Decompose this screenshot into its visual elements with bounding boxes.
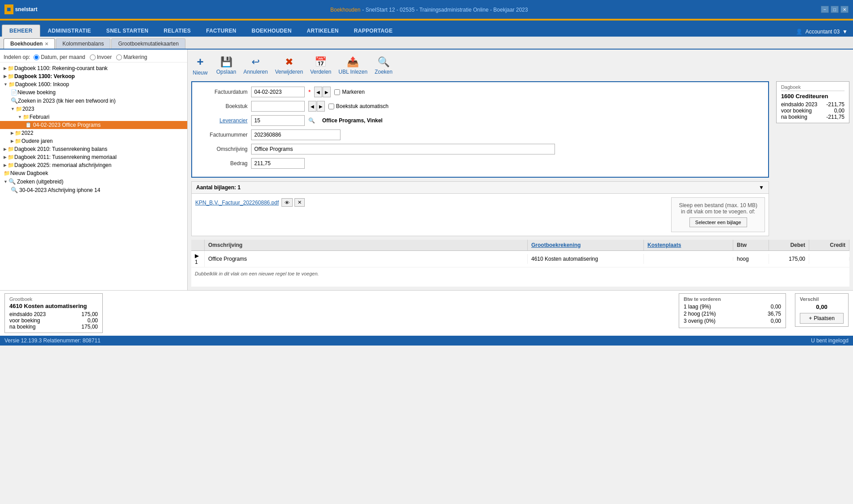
- boekstuk-input[interactable]: [251, 101, 305, 112]
- nav-tab-relaties[interactable]: RELATIES: [156, 25, 198, 37]
- nav-tab-boekhouden[interactable]: BOEKHOUDEN: [244, 25, 299, 37]
- tree-item-nieuwdb[interactable]: 📁 Nieuw Dagboek: [0, 169, 187, 177]
- tree-item-2023[interactable]: ▼ 📁 2023: [0, 105, 187, 113]
- attachment-item: KPN_B.V._Factuur_202260886.pdf 👁 ✕: [195, 197, 664, 208]
- attachment-file-link[interactable]: KPN_B.V._Factuur_202260886.pdf: [195, 200, 279, 206]
- radio-datum[interactable]: Datum, per maand: [34, 54, 85, 60]
- btw-value-3: 0,00: [771, 318, 781, 324]
- nav-tab-beheer[interactable]: BEHEER: [2, 25, 40, 37]
- close-button[interactable]: ✕: [840, 6, 849, 13]
- tree-item-nieuwe[interactable]: 📄 Nieuwe boeking: [0, 88, 187, 96]
- subtab-grootboek[interactable]: Grootboekmutatiekaarten: [111, 38, 185, 49]
- gb-na-label: na boeking: [9, 324, 36, 330]
- logo-text: snelstart: [15, 6, 38, 12]
- markeren-checkbox-label[interactable]: Markeren: [334, 89, 365, 95]
- boekstuk-next-button[interactable]: ▶: [317, 101, 325, 112]
- gb-voor-row: voor boeking 0,00: [9, 317, 98, 324]
- subtab-kolommenbalans[interactable]: Kolommenbalans: [56, 38, 111, 49]
- th-kostenplaats[interactable]: Kostenplaats: [644, 240, 733, 250]
- th-debet: Debet: [769, 240, 809, 250]
- minimize-button[interactable]: −: [821, 6, 829, 13]
- boekstuk-prev-button[interactable]: ◀: [308, 101, 316, 112]
- form-area: Factuurdatum * ◀ ▶ Markeren: [191, 81, 769, 178]
- attachment-header[interactable]: Aantal bijlagen: 1 ▼: [192, 182, 769, 194]
- attachment-view-button[interactable]: 👁: [282, 198, 293, 207]
- tree-item-zoekresult[interactable]: 🔍 30-04-2023 Afschrijving iphone 14: [0, 186, 187, 194]
- tree-item-db2025[interactable]: ▶ 📁 Dagboek 2025: memoriaal afschrijving…: [0, 161, 187, 169]
- right-panel: + Nieuw 💾 Opslaan ↩ Annuleren ✖ Verwijde…: [188, 50, 853, 290]
- opslaan-button[interactable]: 💾 Opslaan: [216, 56, 236, 75]
- indelen-row: Indelen op: Datum, per maand Invoer Mark…: [0, 52, 187, 62]
- user-menu[interactable]: 👤 Accountant 03 ▼: [790, 27, 853, 37]
- factuurnummer-row: Factuurnummer: [198, 129, 762, 140]
- subtab-boekhouden[interactable]: Boekhouden ✕: [4, 38, 55, 49]
- required-star: *: [308, 88, 311, 96]
- nav-tab-rapportage[interactable]: RAPPORTAGE: [346, 25, 400, 37]
- row-expand-icon: ▶: [195, 253, 199, 259]
- markeren-checkbox[interactable]: [334, 89, 340, 95]
- table-row[interactable]: ▶ 1 Office Programs 4610 Kosten automati…: [191, 251, 849, 267]
- expand-oudere: ▶: [11, 139, 14, 143]
- annuleren-button[interactable]: ↩ Annuleren: [244, 56, 268, 75]
- expand-zoekuit: ▼: [4, 179, 8, 184]
- expand-db1300: ▶: [4, 74, 7, 79]
- attachment-area: Aantal bijlagen: 1 ▼ KPN_B.V._Factuur_20…: [191, 181, 769, 236]
- plaatsen-button[interactable]: + Plaatsen: [800, 313, 844, 324]
- verwijderen-button[interactable]: ✖ Verwijderen: [275, 56, 303, 75]
- drop-zone[interactable]: Sleep een bestand (max. 10 MB) in dit vl…: [671, 197, 765, 232]
- nieuw-button[interactable]: + Nieuw: [191, 55, 209, 76]
- verdelen-icon: 📅: [315, 56, 327, 68]
- tree-item-db1300[interactable]: ▶ 📁 Dagboek 1300: Verkoop: [0, 72, 187, 80]
- leverancier-input[interactable]: [251, 115, 305, 126]
- tree-item-entry[interactable]: 📋 04-02-2023 Office Programs: [0, 121, 187, 129]
- ubl-button[interactable]: 📤 UBL Inlezen: [339, 56, 368, 75]
- nav-tab-snel-starten[interactable]: SNEL STARTEN: [99, 25, 156, 37]
- nav-tab-facturen[interactable]: FACTUREN: [198, 25, 244, 37]
- status-bar: Versie 12.139.3 Relatienummer: 808711 U …: [0, 336, 853, 346]
- table-header: Omschrijving Grootboekrekening Kostenpla…: [191, 240, 849, 251]
- year-2022-label: 2022: [21, 130, 34, 136]
- tree-item-zoeken2023[interactable]: 🔍 Zoeken in 2023 (tik hier een trefwoord…: [0, 96, 187, 105]
- tree-item-oudere[interactable]: ▶ 📁 Oudere jaren: [0, 137, 187, 145]
- leverancier-link[interactable]: Leverancier: [198, 117, 248, 124]
- nav-tab-artikelen[interactable]: ARTIKELEN: [299, 25, 346, 37]
- th-omschrijving: Omschrijving: [205, 240, 528, 250]
- tree: ▶ 📁 Dagboek 1100: Rekening-courant bank …: [0, 64, 187, 194]
- radio-invoer[interactable]: Invoer: [90, 54, 112, 60]
- verdelen-button[interactable]: 📅 Verdelen: [310, 56, 331, 75]
- expand-db1100: ▶: [4, 66, 7, 71]
- tree-item-2022[interactable]: ▶ 📁 2022: [0, 129, 187, 137]
- factuurnummer-input[interactable]: [251, 129, 340, 140]
- tree-item-db1600[interactable]: ▼ 📁 Dagboek 1600: Inkoop: [0, 80, 187, 88]
- tree-item-db1100[interactable]: ▶ 📁 Dagboek 1100: Rekening-courant bank: [0, 64, 187, 72]
- subtab-boekhouden-close[interactable]: ✕: [45, 42, 48, 46]
- leverancier-search-icon[interactable]: 🔍: [308, 117, 315, 124]
- februari-label: Februari: [29, 114, 50, 120]
- expand-db2025: ▶: [4, 163, 7, 167]
- boekstuk-auto-checkbox[interactable]: [328, 104, 334, 109]
- td-omsch: Office Programs: [205, 254, 528, 264]
- zoeken-button[interactable]: 🔍 Zoeken: [374, 56, 392, 75]
- restore-button[interactable]: □: [831, 6, 839, 13]
- omschrijving-input[interactable]: [251, 144, 555, 154]
- factuurdatum-input[interactable]: [251, 87, 305, 97]
- date-next-button[interactable]: ▶: [323, 87, 331, 97]
- th-grootboek[interactable]: Grootboekrekening: [528, 240, 644, 250]
- year-2023-label: 2023: [22, 106, 34, 112]
- tree-item-februari[interactable]: ▼ 📁 Februari: [0, 113, 187, 121]
- tree-item-zoekuit[interactable]: ▼ 🔍 Zoeken (uitgebreid): [0, 177, 187, 186]
- bedrag-input[interactable]: [251, 158, 305, 169]
- select-bijlage-button[interactable]: Selecteer een bijlage: [689, 217, 747, 227]
- btw-label-3: 3 overig (0%): [684, 318, 715, 324]
- boekstuk-auto-label[interactable]: Boekstuk automatisch: [328, 103, 388, 109]
- date-prev-button[interactable]: ◀: [314, 87, 322, 97]
- tree-item-db2010[interactable]: ▶ 📁 Dagboek 2010: Tussenrekening balans: [0, 145, 187, 153]
- td-debet: 175,00: [769, 254, 809, 264]
- ubl-label: UBL Inlezen: [339, 69, 368, 75]
- attachment-delete-button[interactable]: ✕: [294, 198, 305, 207]
- nav-tab-administratie[interactable]: ADMINISTRATIE: [40, 25, 99, 37]
- radio-markering[interactable]: Markering: [116, 54, 147, 60]
- attachment-count: Aantal bijlagen: 1: [196, 184, 240, 191]
- factuurnummer-label: Factuurnummer: [198, 132, 248, 138]
- tree-item-db2011[interactable]: ▶ 📁 Dagboek 2011: Tussenrekening memoria…: [0, 153, 187, 161]
